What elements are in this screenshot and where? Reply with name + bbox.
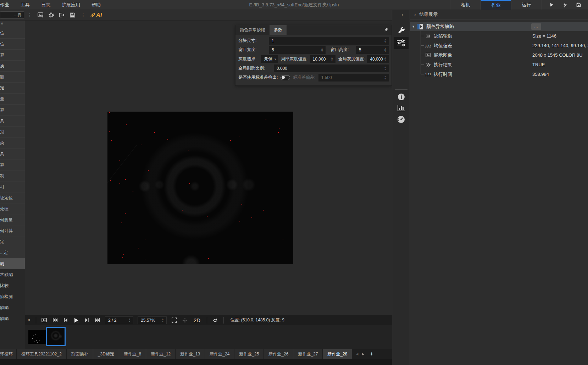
local-gray-input[interactable]: 10.000 ∧∨ <box>310 55 335 63</box>
window-height-input[interactable]: 5 ∧∨ <box>356 46 389 54</box>
result-row-展示图像[interactable]: 展示图像2048 x 1545 COLOR 8U <box>410 50 588 60</box>
job-tab-新作业_24[interactable]: 新作业_24 <box>205 349 234 359</box>
play-button[interactable] <box>71 315 82 325</box>
sidebar-item[interactable]: 别 <box>0 127 25 137</box>
menu-2[interactable]: 日志 <box>35 0 56 10</box>
sidebar-item[interactable]: 习 <box>0 181 25 192</box>
spinner[interactable]: ∧∨ <box>383 66 387 71</box>
tab-tool-name[interactable]: 颜色异常缺陷 <box>235 25 270 35</box>
spinner[interactable]: ∧∨ <box>383 57 387 61</box>
wrench-tool-icon[interactable] <box>394 25 409 37</box>
sidebar-item[interactable]: 常缺陷 <box>0 269 25 280</box>
spinner[interactable]: ∧∨ <box>383 39 387 43</box>
chevron-expand-icon[interactable]: ▼ <box>410 25 417 28</box>
sidebar-item[interactable]: 算 <box>0 159 25 170</box>
sidebar-item[interactable]: 证定位 <box>0 192 25 203</box>
spinner[interactable]: ∧∨ <box>320 48 324 52</box>
tool-search-input[interactable]: 具... <box>0 11 24 19</box>
global-cull-input[interactable]: 0.000 ∧∨ <box>274 64 389 72</box>
spinner[interactable]: ∧∨ <box>330 57 334 61</box>
sidebar-item[interactable]: 算 <box>0 50 25 61</box>
sidebar-item[interactable]: 缺陷 <box>0 313 25 324</box>
thumbnail-2-selected[interactable] <box>46 327 66 346</box>
info-icon[interactable] <box>394 91 409 103</box>
menu-3[interactable]: 扩展应用 <box>56 0 86 10</box>
first-frame-button[interactable] <box>50 315 60 325</box>
thumbnail-1[interactable] <box>28 330 46 344</box>
mode-tab-运行[interactable]: 运行 <box>511 0 542 10</box>
sidebar-item[interactable]: 测 <box>0 258 25 269</box>
use-std-toggle[interactable] <box>281 75 290 80</box>
spinner[interactable]: ∧∨ <box>383 75 387 80</box>
next-frame-button[interactable] <box>82 315 92 325</box>
sidebar-item[interactable]: 定 <box>0 83 25 94</box>
sidebar-item[interactable]: 何测量 <box>0 214 25 225</box>
zoom-level-input[interactable]: 25.57% ∧∨ <box>138 316 167 324</box>
sidebar-item[interactable]: 位 <box>0 39 25 50</box>
sidebar-item[interactable]: 具 <box>0 116 25 127</box>
menu-1[interactable]: 工具 <box>15 0 35 10</box>
spinner[interactable]: ∧∨ <box>383 48 387 52</box>
gauge-icon[interactable] <box>394 113 409 125</box>
spinner[interactable]: ∧∨ <box>127 318 132 322</box>
fit-view-button[interactable] <box>169 315 179 325</box>
sidebar-item[interactable]: 何计算 <box>0 225 25 236</box>
pin-icon[interactable] <box>384 27 389 32</box>
mode-tab-相机[interactable]: 相机 <box>450 0 481 10</box>
image-source-button[interactable] <box>35 10 46 20</box>
run-play-button[interactable] <box>545 0 558 10</box>
sidebar-item[interactable]: 缺陷 <box>0 302 25 313</box>
job-tab-循环工具20221102_2[interactable]: 循环工具20221102_2 <box>17 349 66 359</box>
chevron-up-icon[interactable]: ∧ <box>0 21 25 28</box>
gray-select-dropdown[interactable]: 亮侧 ∨ <box>261 55 278 63</box>
2d-mode-button[interactable]: 2D <box>190 317 204 323</box>
save-button[interactable] <box>67 10 78 20</box>
more-options-button[interactable]: … <box>531 23 541 30</box>
frame-index-input[interactable]: 2 / 2 ∧∨ <box>105 316 133 324</box>
quick-run-button[interactable] <box>558 0 572 10</box>
collapse-left-icon[interactable]: ‹ <box>401 12 403 17</box>
center-crosshair-button[interactable] <box>179 315 190 325</box>
job-tab-新作业_13[interactable]: 新作业_13 <box>176 349 205 359</box>
sidebar-item[interactable]: 换 <box>0 61 25 72</box>
result-row-均值偏差[interactable]: 1.11均值偏差229.140, 141.140, 99.140, 89 <box>410 41 588 50</box>
save-project-button[interactable] <box>572 0 585 10</box>
menu-4[interactable]: 帮助 <box>86 0 106 10</box>
ai-tool-button[interactable]: AI <box>90 12 102 18</box>
sidebar-item[interactable]: 类 <box>0 137 25 148</box>
sidebar-item[interactable]: 制 <box>0 170 25 181</box>
export-button[interactable] <box>56 10 67 20</box>
last-frame-button[interactable] <box>92 315 103 325</box>
job-tab-新作业_12[interactable]: 新作业_12 <box>146 349 175 359</box>
job-tab-新作业_8[interactable]: 新作业_8 <box>119 349 146 359</box>
refresh-loop-button[interactable] <box>210 315 221 325</box>
job-tab-新作业_25[interactable]: 新作业_25 <box>234 349 264 359</box>
sidebar-item[interactable]: 定 <box>0 236 25 247</box>
job-tab-环循环[interactable]: 环循环 <box>0 349 16 359</box>
result-row-执行时间[interactable]: 1.11执行时间358.984 <box>410 69 588 79</box>
previous-frame-button[interactable] <box>60 315 71 325</box>
window-width-input[interactable]: 5 ∧∨ <box>269 46 326 54</box>
parameter-sliders-icon[interactable] <box>394 37 409 49</box>
sidebar-item[interactable]: 具 <box>0 148 25 159</box>
tree-root-node[interactable]: ▼ 颜色异常缺陷 … <box>410 22 588 31</box>
mode-tab-作业[interactable]: 作业 <box>481 0 511 10</box>
sidebar-item[interactable]: 痕检测 <box>0 291 25 302</box>
job-tab-新作业_28[interactable]: 新作业_28 <box>323 349 352 359</box>
sidebar-item[interactable]: 测 <box>0 72 25 83</box>
global-gray-input[interactable]: 40.000 ∧∨ <box>367 55 389 63</box>
tab-parameters[interactable]: 参数 <box>270 25 287 35</box>
sidebar-item[interactable]: 量 <box>0 94 25 105</box>
tabs-scroll-right-icon[interactable]: ▶ <box>362 352 364 356</box>
sidebar-item[interactable]: 处理 <box>0 203 25 214</box>
result-row-执行结果[interactable]: 执行结果TRUE <box>410 60 588 69</box>
settings-gear-icon[interactable] <box>46 10 56 20</box>
result-row-缺陷轮廓[interactable]: 缺陷轮廓Size = 1146 <box>410 31 588 41</box>
histogram-icon[interactable] <box>394 102 409 114</box>
std-dev-input[interactable]: 1.500 ∧∨ <box>318 74 389 82</box>
spinner[interactable]: ∧∨ <box>161 318 165 322</box>
job-tab-新作业_27[interactable]: 新作业_27 <box>293 349 322 359</box>
block-size-input[interactable]: 1 ∧∨ <box>269 37 389 45</box>
job-tab-剖面插补[interactable]: 剖面插补 <box>67 349 93 359</box>
sidebar-item[interactable]: 位 <box>0 28 25 39</box>
